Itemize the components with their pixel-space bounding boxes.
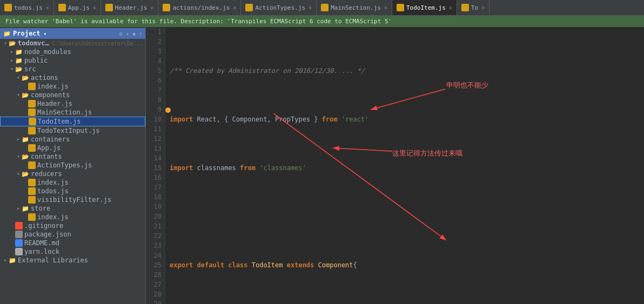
tab-header[interactable]: Header.js × [101, 0, 159, 15]
spacer [22, 162, 28, 168]
project-name: Project [13, 30, 41, 37]
sidebar-item-actions[interactable]: actions [0, 73, 145, 82]
js-icon [58, 4, 66, 11]
sidebar-label: store [31, 205, 50, 212]
tab-close-icon[interactable]: × [46, 5, 49, 11]
sidebar-item-store-index[interactable]: index.js [0, 213, 145, 221]
annotation-text-cn1: 申明也不能少 [446, 81, 488, 89]
tab-action-types[interactable]: ActionTypes.js × [241, 0, 317, 15]
tab-close-icon[interactable]: × [308, 5, 312, 11]
sidebar-label: todomvc0 [todomvc] [18, 39, 50, 47]
sidebar-label: MainSection.js [37, 109, 92, 116]
tab-close-icon[interactable]: × [150, 5, 153, 11]
annotation-text-cn2: 这里记得方法传过来哦 [392, 149, 462, 157]
sidebar-label: reducers [31, 170, 62, 178]
sidebar-item-contants[interactable]: contants [0, 152, 145, 161]
spacer [22, 197, 28, 203]
sidebar-item-action-types[interactable]: ActionTypes.js [0, 161, 145, 170]
sidebar-item-components[interactable]: components [0, 91, 145, 99]
sidebar-item-header[interactable]: Header.js [0, 99, 145, 108]
tab-label: todos.js [14, 4, 43, 11]
tab-label: actions/index.js [172, 4, 230, 11]
code-line: import React, { Component, PropTypes } f… [170, 114, 640, 124]
sidebar-label: Header.js [37, 100, 72, 107]
js-file-icon [28, 161, 36, 169]
sidebar-item-actions-index[interactable]: index.js [0, 82, 145, 91]
tab-label: MainSection.js [331, 4, 381, 11]
sidebar-item-readme[interactable]: README.md [0, 239, 145, 247]
tab-todo-text[interactable]: To × [457, 0, 489, 15]
arrow-icon [15, 136, 22, 143]
sidebar-item-gitignore[interactable]: .gitignore [0, 221, 145, 230]
arrow-icon [2, 257, 9, 264]
js-file-icon [28, 196, 36, 204]
sidebar-label: src [24, 65, 36, 73]
js-icon [4, 4, 12, 11]
tab-todo-item[interactable]: TodoItem.js × [392, 0, 457, 15]
js-file-icon [28, 83, 36, 90]
arrow-icon [15, 92, 22, 98]
code-content[interactable]: /** Created by Administrator on 2016/12/… [165, 27, 644, 304]
sidebar-label: App.js [37, 144, 61, 152]
js-icon [321, 4, 328, 11]
sidebar[interactable]: 📁 Project ▾ ⚙ ✦ ✱ ↑ todomvc0 [todomvc] C… [0, 27, 146, 304]
sidebar-item-store[interactable]: store [0, 204, 145, 213]
sidebar-label: containers [31, 136, 70, 143]
tab-label: TodoItem.js [406, 4, 446, 11]
sidebar-item-app[interactable]: App.js [0, 144, 145, 152]
tab-bar: todos.js × App.js × Header.js × actions/… [0, 0, 644, 16]
tab-close-icon[interactable]: × [93, 5, 96, 11]
sidebar-label: TodoItem.js [38, 118, 81, 125]
sidebar-item-node-modules[interactable]: node_modules [0, 48, 145, 56]
notification-text: File watcher 'Babel' is available for th… [5, 18, 392, 25]
sidebar-item-reducers-index[interactable]: index.js [0, 178, 145, 187]
sidebar-item-containers[interactable]: containers [0, 135, 145, 144]
project-header[interactable]: 📁 Project ▾ ⚙ ✦ ✱ ↑ [0, 28, 145, 39]
tab-app[interactable]: App.js × [54, 0, 101, 15]
sidebar-item-main-section[interactable]: MainSection.js [0, 108, 145, 117]
sidebar-item-public[interactable]: public [0, 56, 145, 65]
code-view[interactable]: 12345 678910 1112131415 1617181920 21222… [146, 27, 644, 304]
tab-close-icon[interactable]: × [233, 5, 236, 11]
js-file-icon [28, 100, 36, 107]
spacer [9, 240, 15, 246]
tab-close-icon[interactable]: × [449, 5, 452, 11]
tab-label: ActionTypes.js [255, 4, 305, 11]
sidebar-item-todo-item[interactable]: TodoItem.js [0, 117, 145, 126]
tab-actions-index[interactable]: actions/index.js × [158, 0, 241, 15]
sidebar-item-src[interactable]: src [0, 65, 145, 73]
tab-close-icon[interactable]: × [481, 5, 485, 11]
js-file-icon [29, 118, 36, 125]
sidebar-item-package-json[interactable]: package.json [0, 230, 145, 239]
sidebar-item-todo-text-input[interactable]: TodoTextInput.js [0, 126, 145, 135]
sidebar-label: contants [31, 153, 62, 160]
project-dropdown-icon[interactable]: ▾ [44, 31, 47, 37]
code-line: /** Created by Administrator on 2016/12/… [170, 66, 640, 76]
folder-icon [15, 65, 23, 73]
folder-icon [22, 136, 29, 143]
sidebar-label: actions [31, 74, 58, 82]
sidebar-item-yarn-lock[interactable]: yarn.lock [0, 247, 145, 256]
sidebar-label: ActionTypes.js [37, 161, 92, 169]
sidebar-item-root[interactable]: todomvc0 [todomvc] C:\Users\Administrato… [0, 39, 145, 48]
sidebar-label: index.js [37, 83, 69, 90]
editor-area: 12345 678910 1112131415 1617181920 21222… [146, 27, 644, 304]
folder-icon [15, 48, 23, 56]
tab-label: App.js [68, 4, 90, 11]
tab-main-section[interactable]: MainSection.js × [317, 0, 392, 15]
sidebar-label: todos.js [37, 187, 69, 195]
sidebar-item-reducers[interactable]: reducers [0, 170, 145, 178]
folder-icon [22, 205, 29, 212]
tab-todos[interactable]: todos.js × [0, 0, 54, 15]
sidebar-item-todos[interactable]: todos.js [0, 187, 145, 195]
arrow-icon [2, 40, 9, 46]
gitignore-file-icon [15, 222, 23, 229]
sidebar-item-external-libraries[interactable]: External Libraries [0, 256, 145, 265]
folder-icon [9, 39, 16, 47]
js-file-icon [28, 127, 36, 134]
js-file-icon [28, 213, 36, 221]
sidebar-item-visibility-filter[interactable]: visibilityFilter.js [0, 195, 145, 204]
tab-close-icon[interactable]: × [384, 5, 387, 11]
sidebar-label: README.md [24, 239, 59, 247]
json-file-icon [15, 231, 23, 238]
